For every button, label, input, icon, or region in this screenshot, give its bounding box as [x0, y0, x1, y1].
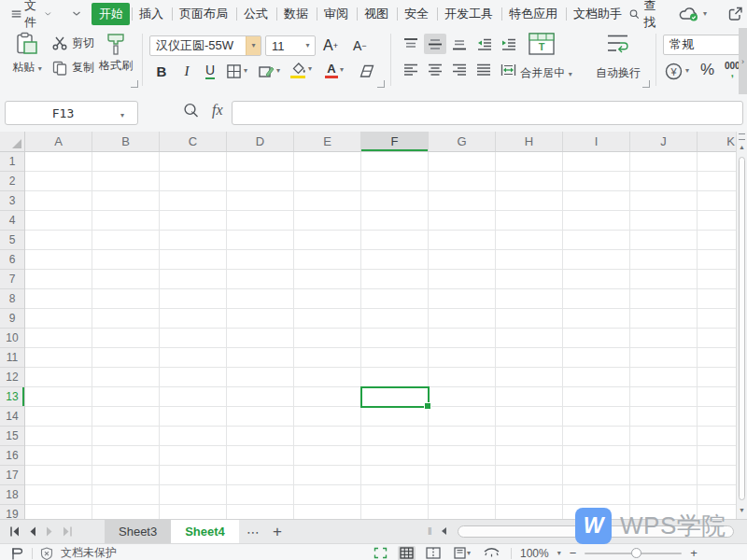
draw-border-button[interactable]: ▾	[258, 60, 280, 82]
page-break-view-button[interactable]	[424, 546, 443, 560]
quick-access-toggle[interactable]	[68, 10, 85, 18]
wrap-text-button[interactable]	[601, 32, 633, 56]
chevron-down-icon[interactable]: ▾	[301, 36, 315, 55]
row-header-17[interactable]: 17	[0, 466, 24, 485]
row-header-2[interactable]: 2	[0, 172, 24, 191]
merge-center-label-row[interactable]: 合并居中 ▾	[510, 65, 583, 81]
find-button[interactable]: 查找	[629, 0, 662, 31]
align-right-button[interactable]	[448, 60, 471, 80]
eye-protect-button[interactable]	[481, 546, 502, 560]
row-header-12[interactable]: 12	[0, 368, 24, 387]
column-header-I[interactable]: I	[563, 132, 630, 151]
page-layout-button[interactable]: ▾	[451, 546, 472, 560]
magnifier-icon[interactable]	[183, 103, 199, 119]
flag-icon[interactable]	[9, 547, 24, 560]
sheet-tab-Sheet4[interactable]: Sheet4	[171, 520, 239, 543]
currency-format-button[interactable]: ¥ ▾	[665, 60, 689, 82]
menu-tab-公式[interactable]: 公式	[236, 3, 275, 25]
vertical-scrollbar[interactable]: ▲ ▼	[736, 132, 747, 519]
row-header-5[interactable]: 5	[0, 231, 24, 250]
selected-cell-F13[interactable]	[360, 386, 430, 408]
split-handle[interactable]	[739, 133, 745, 140]
align-center-button[interactable]	[424, 60, 446, 80]
column-header-F[interactable]: F	[361, 132, 429, 151]
menu-tab-视图[interactable]: 视图	[357, 3, 395, 25]
menu-tab-数据[interactable]: 数据	[276, 3, 315, 25]
row-header-11[interactable]: 11	[0, 348, 24, 368]
row-header-1[interactable]: 1	[0, 152, 24, 172]
font-color-button[interactable]: A ▾	[325, 59, 344, 81]
cell-grid[interactable]	[25, 152, 736, 519]
menu-tab-开始[interactable]: 开始	[92, 3, 130, 25]
row-header-15[interactable]: 15	[0, 427, 24, 446]
column-header-E[interactable]: E	[294, 132, 361, 151]
menu-tab-安全[interactable]: 安全	[397, 3, 435, 25]
select-all-corner[interactable]	[0, 132, 25, 152]
protection-status-label[interactable]: 文档未保护	[61, 545, 117, 560]
clear-format-button[interactable]	[359, 60, 375, 82]
row-header-14[interactable]: 14	[0, 407, 24, 427]
italic-button[interactable]: I	[177, 60, 196, 82]
last-sheet-button[interactable]	[63, 526, 73, 537]
row-header-4[interactable]: 4	[0, 211, 24, 231]
menu-tab-审阅[interactable]: 审阅	[317, 3, 355, 25]
column-header-C[interactable]: C	[160, 132, 227, 151]
row-header-7[interactable]: 7	[0, 270, 24, 289]
ribbon-scroll-right-button[interactable]: ›	[739, 28, 747, 94]
align-top-button[interactable]	[400, 34, 422, 54]
percent-format-button[interactable]: %	[700, 59, 714, 81]
normal-view-button[interactable]	[398, 546, 416, 560]
decrease-font-button[interactable]: A−	[353, 35, 367, 57]
insert-function-button[interactable]: fx	[212, 102, 223, 119]
row-header-19[interactable]: 19	[0, 505, 24, 519]
zoom-in-button[interactable]: +	[690, 546, 698, 560]
previous-sheet-button[interactable]	[29, 526, 36, 537]
cut-button[interactable]: 剪切	[52, 35, 94, 51]
row-header-16[interactable]: 16	[0, 446, 24, 466]
chevron-down-icon[interactable]: ▾	[120, 105, 137, 121]
paste-button[interactable]: 粘贴 ▾	[7, 32, 47, 76]
row-header-13[interactable]: 13	[0, 387, 24, 407]
fill-color-button[interactable]: ▾	[289, 58, 312, 80]
column-header-H[interactable]: H	[496, 132, 563, 151]
row-header-10[interactable]: 10	[0, 329, 24, 348]
menu-tab-文档助手[interactable]: 文档助手	[566, 3, 628, 25]
scroll-down-icon[interactable]: ▼	[737, 507, 747, 513]
name-box[interactable]: F13 ▾	[5, 101, 138, 125]
fill-handle[interactable]	[424, 402, 431, 410]
row-header-18[interactable]: 18	[0, 485, 24, 505]
formula-input[interactable]	[232, 101, 743, 125]
menu-tab-页面布局[interactable]: 页面布局	[172, 3, 234, 25]
scroll-up-icon[interactable]: ▲	[737, 144, 747, 150]
wrap-text-label[interactable]: 自动换行	[592, 65, 644, 81]
row-header-9[interactable]: 9	[0, 309, 24, 329]
column-header-K[interactable]: K	[698, 132, 736, 151]
menu-tab-开发工具[interactable]: 开发工具	[437, 3, 500, 25]
menu-tab-插入[interactable]: 插入	[132, 3, 170, 25]
zoom-slider[interactable]	[585, 553, 682, 554]
row-header-6[interactable]: 6	[0, 250, 24, 270]
font-size-combobox[interactable]: 11 ▾	[265, 35, 316, 56]
share-button[interactable]	[724, 7, 747, 21]
align-middle-button[interactable]	[424, 34, 446, 54]
alignment-dialog-launcher[interactable]	[642, 80, 650, 88]
zoom-slider-handle[interactable]	[631, 548, 641, 558]
increase-indent-button[interactable]	[497, 34, 519, 54]
format-painter-button[interactable]: 格式刷	[95, 32, 136, 74]
bold-button[interactable]: B	[151, 60, 172, 82]
next-sheet-button[interactable]	[46, 526, 53, 537]
column-header-A[interactable]: A	[25, 132, 92, 151]
main-menu-button[interactable]: 文件	[7, 0, 55, 31]
column-header-B[interactable]: B	[92, 132, 160, 151]
first-sheet-button[interactable]	[9, 526, 20, 537]
cloud-sync-button[interactable]: ▾	[675, 7, 711, 21]
vertical-scrollbar-thumb[interactable]	[739, 157, 745, 500]
column-header-J[interactable]: J	[630, 132, 698, 151]
number-format-combobox[interactable]: 常规	[663, 35, 740, 55]
align-left-button[interactable]	[400, 60, 422, 80]
font-name-combobox[interactable]: 汉仪正圆-55W ▾	[149, 35, 261, 56]
menu-tab-特色应用[interactable]: 特色应用	[501, 3, 564, 25]
sheet-list-button[interactable]: ⋯	[247, 520, 261, 543]
tab-split-handle[interactable]: ‖	[428, 525, 432, 537]
clipboard-dialog-launcher[interactable]	[131, 80, 138, 88]
